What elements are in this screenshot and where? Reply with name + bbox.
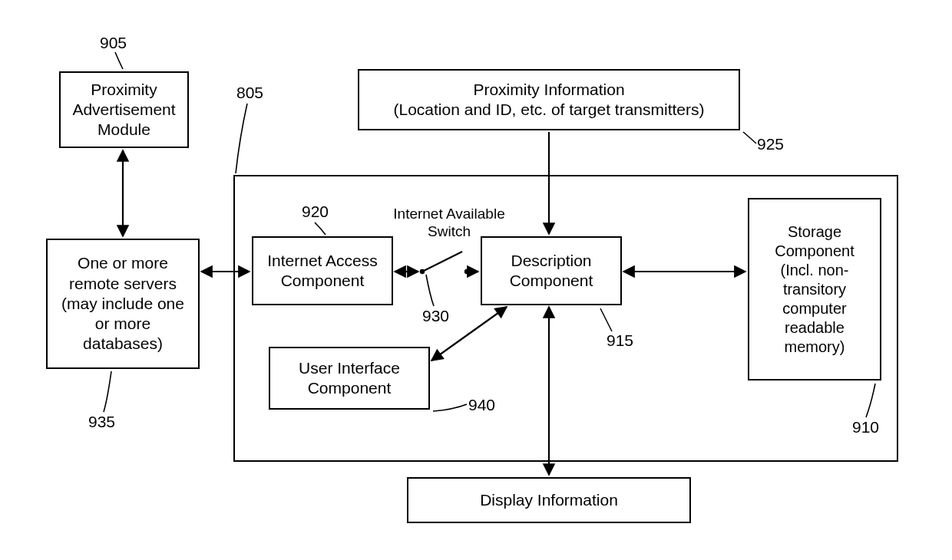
block-description: Description Component — [481, 236, 622, 305]
ref-915: 915 — [607, 331, 633, 350]
ref-910: 910 — [852, 418, 879, 436]
diagram-stage: Proximity Advertisement Module One or mo… — [0, 0, 952, 560]
lead-925 — [743, 132, 756, 143]
ref-930: 930 — [422, 307, 449, 325]
ref-935: 935 — [88, 413, 115, 431]
block-remote-servers: One or more remote servers (may include … — [46, 239, 200, 369]
block-display-info: Display Information — [407, 477, 691, 523]
ref-905: 905 — [100, 34, 127, 52]
block-internet-access: Internet Access Component — [252, 236, 393, 305]
lead-905 — [115, 52, 123, 69]
ref-805: 805 — [236, 84, 263, 102]
ref-925: 925 — [757, 135, 784, 153]
lead-935 — [104, 371, 111, 412]
block-proximity-info: Proximity Information (Location and ID, … — [358, 69, 740, 130]
lead-805 — [236, 104, 247, 173]
block-proximity-ad-module: Proximity Advertisement Module — [59, 71, 189, 148]
label-internet-available-switch: Internet Available Switch — [384, 206, 514, 241]
block-user-interface: User Interface Component — [269, 347, 430, 410]
ref-940: 940 — [468, 396, 495, 414]
ref-920: 920 — [302, 203, 329, 221]
block-storage: Storage Component (Incl. non- transitory… — [748, 198, 881, 380]
